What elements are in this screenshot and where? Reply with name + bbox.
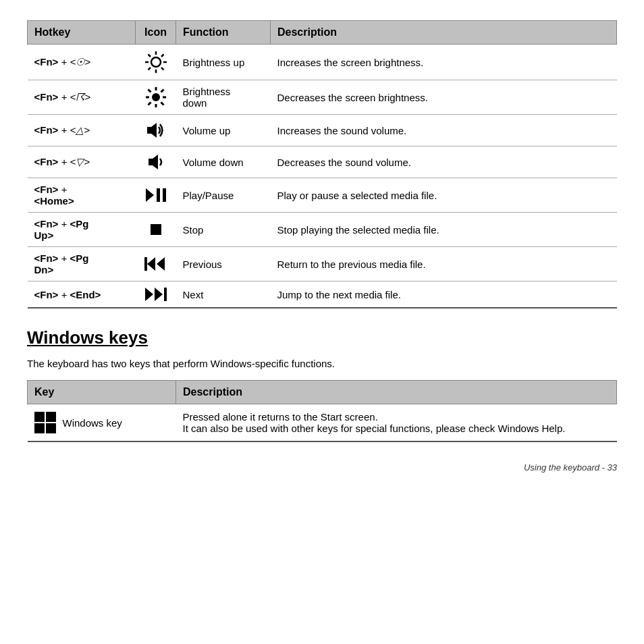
previous-icon <box>142 257 169 271</box>
icon-cell <box>136 80 176 115</box>
table-row: <Fn> + <PgDn> Previous Return to the pre… <box>28 247 617 281</box>
icon-cell <box>136 45 176 80</box>
description-cell: Increases the sound volume. <box>271 115 617 146</box>
icon-cell <box>136 213 176 247</box>
function-cell: Stop <box>176 213 271 247</box>
col-header-hotkey: Hotkey <box>28 21 136 45</box>
stop-icon <box>142 224 169 235</box>
table-row: <Fn> + <☈> <box>28 80 617 115</box>
windows-keys-table: Key Description Windows key Pressed <box>27 380 617 442</box>
svg-rect-28 <box>164 288 167 301</box>
windows-key-label: Windows key <box>63 417 122 429</box>
svg-point-0 <box>151 57 161 67</box>
svg-point-9 <box>152 93 160 101</box>
hotkey-cell: <Fn> + <PgUp> <box>28 213 136 247</box>
windows-logo-icon <box>34 412 56 433</box>
svg-marker-19 <box>149 155 158 169</box>
win-key-cell: Windows key <box>28 404 176 442</box>
svg-line-17 <box>148 103 151 105</box>
description-cell: Decreases the screen brightness. <box>271 80 617 115</box>
table-row: <Fn> + <End> Next Jump to the next media… <box>28 281 617 308</box>
icon-cell <box>136 115 176 146</box>
function-cell: Next <box>176 281 271 308</box>
svg-line-6 <box>161 68 164 70</box>
svg-marker-20 <box>146 188 154 202</box>
function-cell: Brightness up <box>176 45 271 80</box>
svg-line-8 <box>148 68 151 70</box>
description-cell: Stop playing the selected media file. <box>271 213 617 247</box>
svg-line-16 <box>161 90 163 92</box>
svg-line-5 <box>148 55 151 57</box>
svg-marker-25 <box>157 257 165 271</box>
win-col-key: Key <box>28 381 176 404</box>
hotkey-cell: <Fn> + <▽> <box>28 146 136 178</box>
page-footer: Using the keyboard - 33 <box>27 462 617 473</box>
icon-cell <box>136 281 176 308</box>
hotkey-table: Hotkey Icon Function Description <Fn> + … <box>27 20 617 308</box>
function-cell: Brightnessdown <box>176 80 271 115</box>
description-cell: Play or pause a selected media file. <box>271 178 617 213</box>
win-col-desc: Description <box>176 381 617 404</box>
svg-line-14 <box>148 90 151 92</box>
hotkey-cell: <Fn> + <PgDn> <box>28 247 136 281</box>
function-cell: Previous <box>176 247 271 281</box>
win-desc-cell: Pressed alone it returns to the Start sc… <box>176 404 617 442</box>
table-row: Windows key Pressed alone it returns to … <box>28 404 617 442</box>
hotkey-cell: <Fn> + <△> <box>28 115 136 146</box>
description-cell: Return to the previous media file. <box>271 247 617 281</box>
icon-cell <box>136 247 176 281</box>
function-cell: Play/Pause <box>176 178 271 213</box>
svg-rect-23 <box>144 257 147 271</box>
icon-cell <box>136 178 176 213</box>
windows-keys-desc: The keyboard has two keys that perform W… <box>27 358 617 369</box>
table-row: <Fn> + <PgUp> Stop Stop playing the sele… <box>28 213 617 247</box>
table-row: <Fn> + <△> Volume up Increases the sound… <box>28 115 617 146</box>
next-icon <box>142 287 169 302</box>
windows-keys-title: Windows keys <box>27 327 617 348</box>
volume-up-icon <box>142 120 169 140</box>
function-cell: Volume up <box>176 115 271 146</box>
col-header-icon: Icon <box>136 21 176 45</box>
svg-rect-21 <box>157 188 160 202</box>
svg-rect-22 <box>163 188 166 202</box>
svg-marker-18 <box>147 123 157 138</box>
table-row: <Fn> + <☉> <box>28 45 617 80</box>
description-cell: Increases the screen brightness. <box>271 45 617 80</box>
svg-line-15 <box>161 103 163 105</box>
brightness-up-icon <box>142 50 169 74</box>
hotkey-cell: <Fn> + <☈> <box>28 80 136 115</box>
svg-marker-27 <box>155 288 163 301</box>
icon-cell <box>136 146 176 178</box>
hotkey-cell: <Fn> +<Home> <box>28 178 136 213</box>
function-cell: Volume down <box>176 146 271 178</box>
volume-down-icon <box>142 152 169 172</box>
footer-text: Using the keyboard - 33 <box>524 462 617 473</box>
description-cell: Decreases the sound volume. <box>271 146 617 178</box>
col-header-description: Description <box>271 21 617 45</box>
col-header-function: Function <box>176 21 271 45</box>
svg-marker-26 <box>145 288 153 301</box>
svg-line-7 <box>161 55 164 57</box>
hotkey-cell: <Fn> + <End> <box>28 281 136 308</box>
table-row: <Fn> + <▽> Volume down Decreases the sou… <box>28 146 617 178</box>
table-row: <Fn> +<Home> Play/Pause Play or pause a … <box>28 178 617 213</box>
svg-marker-24 <box>147 257 155 271</box>
play-pause-icon <box>142 187 169 203</box>
brightness-down-icon <box>142 86 169 108</box>
hotkey-cell: <Fn> + <☉> <box>28 45 136 80</box>
description-cell: Jump to the next media file. <box>271 281 617 308</box>
